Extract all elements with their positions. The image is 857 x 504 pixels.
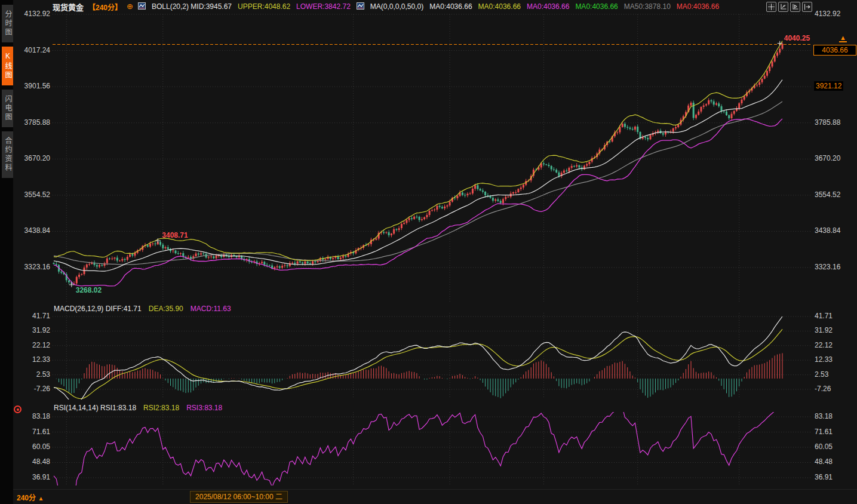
rsi-indicator-value: RSI2:83.18 bbox=[143, 404, 179, 412]
scroll-to-latest-icon[interactable]: ▲ bbox=[839, 35, 847, 42]
sidebar-tab-lightning[interactable]: 闪电图 bbox=[2, 90, 13, 127]
chevron-up-icon: ▲ bbox=[38, 495, 44, 502]
time-axis-bar: 240分 ▲ 2025/08/12 06:00~10:00 二 bbox=[0, 489, 857, 504]
add-indicator-icon[interactable]: ⊕ bbox=[127, 3, 133, 10]
macd-indicator-value: MACD:11.63 bbox=[191, 305, 231, 313]
alert-indicator-icon bbox=[14, 405, 21, 413]
macd-indicator-value: DEA:35.90 bbox=[149, 305, 183, 313]
sidebar: 分时图 K线图 闪电图 合约资料 bbox=[0, 0, 13, 504]
chart-canvas[interactable] bbox=[0, 0, 857, 504]
indicator-value: MA0:4036.66 bbox=[677, 2, 719, 11]
sidebar-tab-kline[interactable]: K线图 bbox=[2, 47, 13, 85]
indicator-readout: BOLL(20,2) MID:3945.67UPPER:4048.62LOWER… bbox=[138, 2, 719, 11]
chart-header: 现货黄金 【240分】 ⊕ BOLL(20,2) MID:3945.67UPPE… bbox=[13, 0, 857, 13]
price-level-label: 3921.12 bbox=[814, 81, 843, 91]
sidebar-tab-contract-info[interactable]: 合约资料 bbox=[2, 131, 13, 178]
indicator-value: UPPER:4048.62 bbox=[238, 2, 290, 11]
sidebar-tab-time-chart[interactable]: 分时图 bbox=[2, 5, 13, 42]
rsi-indicator-value: RSI3:83.18 bbox=[186, 404, 222, 412]
indicator-value: MA0:4036.66 bbox=[478, 2, 521, 11]
chart-toolbar bbox=[766, 2, 812, 12]
trading-terminal: 分时图 K线图 闪电图 合约资料 现货黄金 【240分】 ⊕ BOLL(20,2… bbox=[0, 0, 857, 504]
pan-exit-icon[interactable] bbox=[802, 2, 812, 12]
axis-scale-icon[interactable] bbox=[778, 2, 788, 12]
indicator-value: MA0:4036.66 bbox=[575, 2, 618, 11]
crosshair-icon[interactable] bbox=[766, 2, 776, 12]
last-price-badge: 4036.66 bbox=[813, 45, 856, 56]
playback-icon[interactable] bbox=[790, 2, 800, 12]
indicator-value: MA50:3878.10 bbox=[624, 2, 671, 11]
indicator-value: MA0:4036.66 bbox=[527, 2, 569, 11]
crosshair-date-tooltip: 2025/08/12 06:00~10:00 二 bbox=[190, 491, 288, 503]
rsi-label-row: RSI(14,14,14) RSI1:83.18RSI2:83.18RSI3:8… bbox=[54, 404, 222, 412]
period-tag: 【240分】 bbox=[88, 2, 122, 12]
macd-label-row: MACD(26,12,9) DIFF:41.71DEA:35.90MACD:11… bbox=[54, 305, 231, 313]
indicator-value: MA0:4036.66 bbox=[429, 2, 472, 11]
macd-indicator-value: MACD(26,12,9) DIFF:41.71 bbox=[54, 305, 142, 313]
indicator-value: LOWER:3842.72 bbox=[296, 2, 351, 11]
rsi-indicator-value: RSI(14,14,14) RSI1:83.18 bbox=[54, 404, 136, 412]
symbol-name: 现货黄金 bbox=[53, 1, 84, 13]
period-selector[interactable]: 240分 ▲ bbox=[17, 492, 44, 502]
indicator-chart-icon[interactable] bbox=[138, 2, 146, 11]
indicator-value: BOLL(20,2) MID:3945.67 bbox=[152, 2, 232, 11]
indicator-value: MA(0,0,0,0,50,0) bbox=[370, 2, 423, 11]
indicator-chart-icon[interactable] bbox=[357, 2, 364, 11]
